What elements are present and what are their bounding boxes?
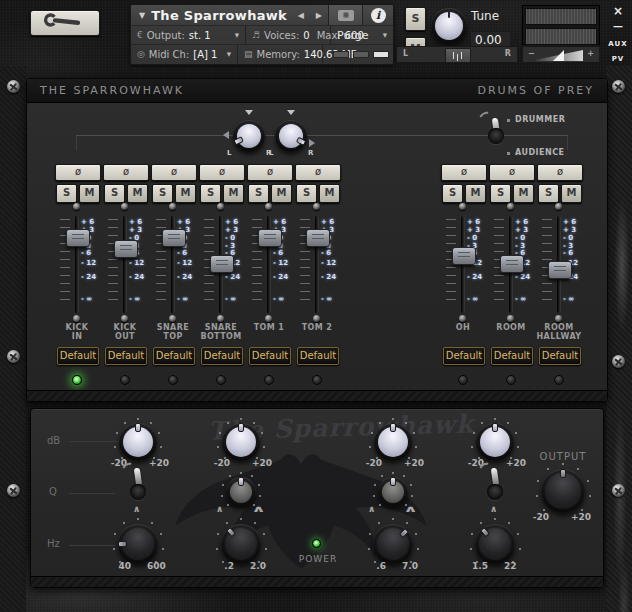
channel-fader[interactable]: + 6+ 3- 0- 3- 6- 12- 24- ∞ <box>536 216 582 313</box>
phase-invert-button[interactable]: ø <box>247 164 293 181</box>
eq-freq-knob[interactable] <box>118 524 158 564</box>
output-select[interactable]: € Output: st. 1 ▼ <box>131 26 246 44</box>
channel-fader[interactable]: + 6+ 3- 0- 3- 6- 12- 24- ∞ <box>54 216 100 313</box>
eq-gain-knob[interactable] <box>476 423 514 461</box>
tune-knob[interactable] <box>431 8 467 44</box>
channel-fader[interactable]: + 6+ 3- 0- 3- 6- 12- 24- ∞ <box>440 216 486 313</box>
output-knob[interactable] <box>541 469 585 513</box>
tick-dot-icon <box>259 495 261 497</box>
fader-handle[interactable] <box>500 255 524 273</box>
eq-q-knob[interactable] <box>226 477 256 507</box>
channel-fader[interactable]: + 6+ 3- 0- 3- 6- 12- 24- ∞ <box>488 216 534 313</box>
channel-mute-button[interactable]: M <box>513 184 534 203</box>
channel-solo-button[interactable]: S <box>56 184 77 203</box>
fader-tick <box>108 283 118 284</box>
close-mic-pan-knob-2[interactable] <box>275 120 307 152</box>
pan-handle[interactable] <box>445 48 471 63</box>
panel-title: THE SPARROWHAWK <box>40 84 184 97</box>
close-mic-pan-knob-1[interactable] <box>233 120 265 152</box>
channel-solo-button[interactable]: S <box>442 184 463 203</box>
pan-slider[interactable]: L R <box>396 46 518 63</box>
phase-invert-button[interactable]: ø <box>151 164 197 181</box>
eq-freq-knob[interactable] <box>373 524 413 564</box>
channel-fader[interactable]: + 6+ 3- 0- 3- 6- 12- 24- ∞ <box>198 216 244 313</box>
tick-dot-icon <box>537 480 539 482</box>
default-button[interactable]: Default <box>201 347 243 365</box>
phase-invert-button[interactable]: ø <box>103 164 149 181</box>
fader-handle[interactable] <box>114 240 138 258</box>
channel-mute-button[interactable]: M <box>223 184 244 203</box>
db-row-label: dB <box>47 435 60 446</box>
fader-handle[interactable] <box>162 229 186 247</box>
q-toggle[interactable] <box>487 484 503 500</box>
fader-handle[interactable] <box>548 261 572 279</box>
default-button[interactable]: Default <box>105 347 147 365</box>
fader-tick <box>60 251 70 252</box>
q-toggle[interactable] <box>130 484 146 500</box>
mixer-channel-strip: øSM+ 6+ 3- 0- 3- 6- 12- 24- ∞ROOMHALLWAY… <box>536 164 582 392</box>
info-view-button[interactable]: i <box>362 5 393 25</box>
eq-freq-knob[interactable] <box>221 524 261 564</box>
channel-mute-button[interactable]: M <box>175 184 196 203</box>
channel-mute-button[interactable]: M <box>465 184 486 203</box>
phase-invert-button[interactable]: ø <box>199 164 245 181</box>
channel-mute-button[interactable]: M <box>79 184 100 203</box>
phase-invert-button[interactable]: ø <box>295 164 341 181</box>
pv-button[interactable]: PV <box>604 55 632 63</box>
channel-mute-button[interactable]: M <box>271 184 292 203</box>
eq-freq-knob[interactable] <box>475 524 515 564</box>
fader-handle[interactable] <box>452 247 476 265</box>
channel-solo-button[interactable]: S <box>296 184 317 203</box>
default-button[interactable]: Default <box>443 347 485 365</box>
channel-solo-button[interactable]: S <box>152 184 173 203</box>
default-button[interactable]: Default <box>249 347 291 365</box>
channel-solo-button[interactable]: S <box>248 184 269 203</box>
solo-button[interactable]: S <box>405 7 426 31</box>
fader-handle[interactable] <box>210 255 234 273</box>
default-button[interactable]: Default <box>57 347 99 365</box>
fader-tick <box>204 243 214 244</box>
channel-solo-button[interactable]: S <box>538 184 559 203</box>
channel-mute-button[interactable]: M <box>561 184 582 203</box>
default-button[interactable]: Default <box>491 347 533 365</box>
channel-mute-button[interactable]: M <box>127 184 148 203</box>
default-button[interactable]: Default <box>153 347 195 365</box>
default-button[interactable]: Default <box>539 347 581 365</box>
channel-mute-button[interactable]: M <box>319 184 340 203</box>
volume-handle[interactable] <box>553 50 564 61</box>
channel-fader[interactable]: + 6+ 3- 0- 3- 6- 12- 24- ∞ <box>294 216 340 313</box>
eq-gain-knob[interactable] <box>374 423 412 461</box>
phase-invert-button[interactable]: ø <box>489 164 535 181</box>
eq-gain-knob[interactable] <box>222 423 260 461</box>
channel-solo-button[interactable]: S <box>200 184 221 203</box>
channel-fader[interactable]: + 6+ 3- 0- 3- 6- 12- 24- ∞ <box>246 216 292 313</box>
fader-handle[interactable] <box>66 229 90 247</box>
knob-pointer-icon <box>135 423 141 432</box>
fader-handle[interactable] <box>258 229 282 247</box>
channel-solo-button[interactable]: S <box>490 184 511 203</box>
default-button[interactable]: Default <box>297 347 339 365</box>
chevron-down-icon[interactable]: ▼ <box>139 11 145 20</box>
close-button[interactable]: × <box>604 4 632 18</box>
snapshot-view-button[interactable] <box>328 5 362 25</box>
eq-q-knob[interactable] <box>378 477 408 507</box>
phase-invert-button[interactable]: ø <box>441 164 487 181</box>
midi-channel-select[interactable]: ◎ Midi Ch: [A] 1 ▼ <box>131 45 238 63</box>
minimize-button[interactable]: — <box>604 21 632 32</box>
fader-handle[interactable] <box>306 229 330 247</box>
next-instrument-icon[interactable]: ▶ <box>310 11 328 20</box>
channel-fader[interactable]: + 6+ 3- 0- 3- 6- 12- 24- ∞ <box>102 216 148 313</box>
channel-solo-button[interactable]: S <box>104 184 125 203</box>
channel-fader[interactable]: + 6+ 3- 0- 3- 6- 12- 24- ∞ <box>150 216 196 313</box>
prev-instrument-icon[interactable]: ◀ <box>292 11 310 20</box>
edit-wrench-button[interactable] <box>30 10 100 36</box>
phase-invert-button[interactable]: ø <box>55 164 101 181</box>
volume-slider[interactable]: − + <box>522 46 600 63</box>
channel-name: ROOMHALLWAY <box>530 323 588 341</box>
phase-invert-button[interactable]: ø <box>537 164 583 181</box>
aux-button[interactable]: AUX <box>604 40 632 48</box>
fader-tick <box>108 267 118 268</box>
eq-gain-knob[interactable] <box>119 423 157 461</box>
purge-menu[interactable]: Purge ▼ <box>331 26 393 44</box>
perspective-toggle[interactable] <box>488 128 504 144</box>
